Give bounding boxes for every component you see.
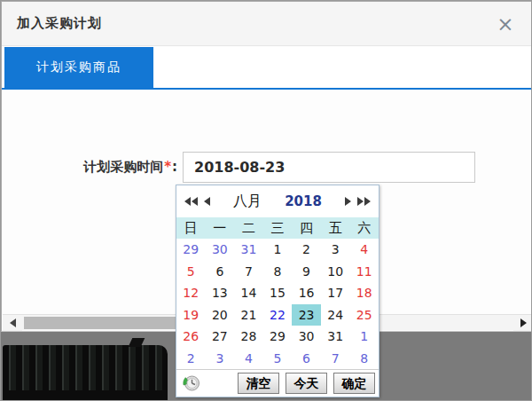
week-header-row: 日一二三四五六 [176,217,379,239]
day-cell-8[interactable]: 8 [349,348,379,370]
next-month-icon[interactable] [345,197,351,206]
next-year-icon[interactable] [357,197,371,206]
tab-planned-purchase-goods[interactable]: 计划采购商品 [4,47,153,88]
truck-image [3,345,168,401]
scroll-left-icon [10,318,16,327]
date-picker-popup: 八月 2018 日一二三四五六 293031123456789101112131… [176,185,379,397]
weekday-label: 二 [234,217,263,239]
calendar-footer: 清空 今天 确定 [176,369,379,397]
date-field-label-text: 计划采购时间 [83,159,163,175]
day-cell-2[interactable]: 2 [292,239,321,261]
calendar-nav: 八月 2018 [176,185,379,217]
tab-bar: 计划采购商品 [2,47,532,88]
planned-purchase-date-input[interactable] [183,152,475,183]
day-cell-10[interactable]: 10 [321,261,350,283]
day-cell-24[interactable]: 24 [321,304,350,326]
today-button[interactable]: 今天 [286,373,327,394]
day-cell-29[interactable]: 29 [263,326,293,348]
dialog-title: 加入采购计划 [2,15,102,32]
day-cell-26[interactable]: 26 [176,326,206,348]
calendar-year-label[interactable]: 2018 [285,193,322,209]
close-icon[interactable]: × [493,12,518,36]
required-mark: * [163,159,172,175]
day-cell-5[interactable]: 5 [176,261,206,283]
weekday-label: 六 [349,217,379,239]
day-cell-19[interactable]: 19 [176,304,206,326]
day-cell-31[interactable]: 31 [234,239,263,261]
date-field-label: 计划采购时间*: [2,159,177,176]
day-cell-8[interactable]: 8 [263,261,293,283]
day-cell-29[interactable]: 29 [176,239,206,261]
day-cell-17[interactable]: 17 [321,282,350,304]
day-cell-30[interactable]: 30 [292,326,321,348]
scroll-right-button[interactable] [513,315,532,331]
day-cell-7[interactable]: 7 [234,261,263,283]
day-cell-18[interactable]: 18 [349,282,379,304]
day-cell-16[interactable]: 16 [292,282,321,304]
day-cell-28[interactable]: 28 [234,326,263,348]
screen: 加入采购计划 × 计划采购商品 计划采购时间*: [0,0,532,401]
weekday-label: 五 [321,217,350,239]
weekday-label: 四 [292,217,321,239]
confirm-button[interactable]: 确定 [333,373,375,394]
day-cell-4[interactable]: 4 [234,348,263,370]
day-cell-27[interactable]: 27 [206,326,235,348]
day-cell-6[interactable]: 6 [206,261,235,283]
day-grid: 2930311234567891011121314151617181920212… [176,239,379,369]
day-cell-21[interactable]: 21 [234,304,263,326]
day-cell-3[interactable]: 3 [321,239,350,261]
day-cell-7[interactable]: 7 [321,348,350,370]
day-cell-4[interactable]: 4 [349,239,379,261]
clock-icon[interactable] [183,374,200,392]
day-cell-30[interactable]: 30 [206,239,235,261]
calendar-month-label[interactable]: 八月 [233,193,262,211]
clear-button[interactable]: 清空 [238,373,279,394]
day-cell-15[interactable]: 15 [263,282,293,304]
day-cell-20[interactable]: 20 [206,304,235,326]
day-cell-23[interactable]: 23 [292,304,321,326]
day-cell-6[interactable]: 6 [292,348,321,370]
day-cell-31[interactable]: 31 [321,326,350,348]
day-cell-13[interactable]: 13 [206,282,235,304]
weekday-label: 一 [206,217,235,239]
weekday-label: 日 [176,217,206,239]
label-separator: : [172,159,177,175]
day-cell-9[interactable]: 9 [292,261,321,283]
day-cell-14[interactable]: 14 [234,282,263,304]
day-cell-22[interactable]: 22 [263,304,293,326]
day-cell-1[interactable]: 1 [349,326,379,348]
dialog-header: 加入采购计划 × [2,2,532,46]
prev-month-icon[interactable] [204,197,210,206]
scroll-right-icon [520,318,527,327]
day-cell-5[interactable]: 5 [263,348,293,370]
day-cell-12[interactable]: 12 [176,282,206,304]
day-cell-3[interactable]: 3 [206,348,235,370]
prev-year-icon[interactable] [184,197,198,206]
day-cell-11[interactable]: 11 [349,261,379,283]
day-cell-1[interactable]: 1 [263,239,293,261]
day-cell-25[interactable]: 25 [349,304,379,326]
scroll-left-button[interactable] [3,315,22,331]
weekday-label: 三 [263,217,293,239]
day-cell-2[interactable]: 2 [176,348,206,370]
